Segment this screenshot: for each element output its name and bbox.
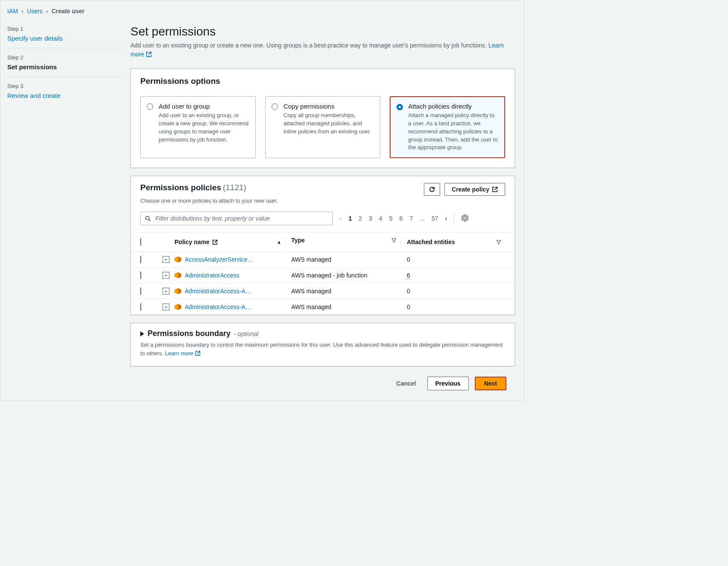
external-link-icon: [146, 51, 152, 60]
wizard-step-sidebar: Step 1 Specify user details Step 2 Set p…: [0, 16, 129, 109]
permissions-policies-title: Permissions policies: [140, 183, 221, 192]
search-icon: [145, 215, 151, 222]
expand-button[interactable]: +: [163, 304, 169, 310]
page-subtitle: Add user to an existing group or create …: [130, 41, 515, 60]
page-title: Set permissions: [130, 25, 515, 38]
policy-icon: [175, 288, 181, 294]
chevron-right-icon: ›: [21, 7, 24, 15]
row-entities: 0: [407, 288, 505, 295]
option-add-to-group[interactable]: Add user to group Add user to an existin…: [140, 96, 256, 158]
row-checkbox[interactable]: [140, 256, 141, 263]
breadcrumb-iam[interactable]: IAM: [7, 8, 18, 15]
expand-button[interactable]: +: [163, 272, 169, 279]
step-3-title[interactable]: Review and create: [7, 92, 122, 99]
policy-icon: [175, 256, 181, 262]
chevron-right-icon: ›: [46, 7, 48, 15]
option-copy-permissions-title: Copy permissions: [284, 103, 374, 110]
step-3-label: Step 3: [7, 83, 122, 89]
breadcrumb-users[interactable]: Users: [27, 8, 43, 15]
page-6[interactable]: 6: [400, 215, 403, 222]
svg-line-1: [149, 219, 151, 221]
row-entities: 6: [407, 272, 505, 279]
option-add-to-group-desc: Add user to an existing group, or create…: [159, 112, 249, 144]
refresh-icon: [429, 186, 435, 193]
policy-link[interactable]: AccessAnalyzerService…: [185, 256, 253, 263]
divider: [454, 213, 454, 224]
col-policy-name[interactable]: Policy name: [175, 239, 218, 245]
row-type: AWS managed: [291, 304, 407, 310]
external-link-icon: [212, 239, 218, 245]
expand-triangle-icon[interactable]: [140, 331, 144, 336]
expand-button[interactable]: +: [163, 256, 169, 263]
create-policy-button[interactable]: Create policy: [444, 183, 505, 196]
select-all-checkbox[interactable]: [140, 238, 141, 246]
external-link-icon: [195, 350, 201, 359]
expand-button[interactable]: +: [163, 288, 169, 295]
page-next-button[interactable]: ›: [445, 215, 447, 222]
policy-link[interactable]: AdministratorAccess: [185, 272, 240, 279]
page-ellipsis: ...: [420, 215, 425, 222]
cancel-button[interactable]: Cancel: [391, 377, 421, 390]
row-type: AWS managed: [291, 288, 407, 295]
page-1[interactable]: 1: [349, 215, 352, 222]
row-checkbox[interactable]: [140, 271, 141, 279]
row-checkbox[interactable]: [140, 303, 141, 311]
table-row: + AdministratorAccess AWS managed - job …: [131, 268, 515, 283]
radio-checked-icon[interactable]: [397, 104, 403, 110]
step-1-label: Step 1: [7, 26, 122, 32]
radio-unchecked-icon[interactable]: [272, 103, 278, 110]
settings-button[interactable]: [461, 214, 469, 223]
filter-icon[interactable]: ▽: [497, 239, 501, 245]
step-2-title: Set permissions: [7, 63, 122, 71]
option-attach-policies-title: Attach policies directly: [408, 103, 499, 110]
permissions-options-title: Permissions options: [131, 69, 515, 88]
option-attach-policies-desc: Attach a managed policy directly to a us…: [408, 112, 499, 152]
policy-table: Policy name ▲ Type ▽: [131, 233, 515, 315]
paginator: ‹ 1 2 3 4 5 6 7 ... 57 ›: [340, 215, 447, 222]
page-4[interactable]: 4: [379, 215, 382, 222]
row-type: AWS managed - job function: [291, 272, 407, 279]
row-entities: 0: [407, 304, 505, 310]
step-1-title[interactable]: Specify user details: [7, 35, 122, 42]
col-attached-entities[interactable]: Attached entities: [407, 239, 455, 245]
sort-asc-icon[interactable]: ▲: [277, 239, 281, 245]
wizard-footer: Cancel Previous Next: [130, 374, 515, 392]
row-entities: 0: [407, 256, 505, 263]
next-button[interactable]: Next: [475, 377, 506, 390]
permissions-boundary-panel: Permissions boundary - optional Set a pe…: [130, 323, 515, 366]
svg-point-0: [146, 216, 149, 220]
radio-unchecked-icon[interactable]: [147, 103, 153, 110]
option-copy-permissions[interactable]: Copy permissions Copy all group membersh…: [265, 96, 381, 158]
policy-search-field[interactable]: [140, 212, 333, 225]
page-last[interactable]: 57: [432, 215, 438, 222]
step-3: Step 3 Review and create: [7, 77, 122, 105]
refresh-button[interactable]: [424, 183, 440, 196]
policy-search-input[interactable]: [154, 215, 328, 222]
page-7[interactable]: 7: [409, 215, 413, 222]
table-header-row: Policy name ▲ Type ▽: [131, 233, 515, 252]
boundary-learn-more-link[interactable]: Learn more: [165, 350, 201, 357]
step-2-label: Step 2: [7, 54, 122, 61]
step-1: Step 1 Specify user details: [7, 20, 122, 48]
previous-button[interactable]: Previous: [427, 377, 469, 390]
page-2[interactable]: 2: [358, 215, 362, 222]
policy-link[interactable]: AdministratorAccess-A…: [185, 304, 252, 310]
gear-icon: [461, 214, 469, 222]
row-type: AWS managed: [291, 256, 407, 263]
page-5[interactable]: 5: [389, 215, 393, 222]
option-add-to-group-title: Add user to group: [159, 103, 249, 110]
page-prev-button[interactable]: ‹: [340, 215, 342, 222]
row-checkbox[interactable]: [140, 287, 141, 295]
optional-label: - optional: [234, 330, 259, 337]
permissions-policies-count: (1121): [223, 183, 246, 192]
filter-icon[interactable]: ▽: [392, 237, 396, 247]
page-3[interactable]: 3: [369, 215, 372, 222]
col-type[interactable]: Type: [291, 237, 305, 247]
option-attach-policies[interactable]: Attach policies directly Attach a manage…: [390, 96, 505, 158]
external-link-icon: [492, 186, 498, 192]
table-row: + AdministratorAccess-A… AWS managed 0: [131, 283, 515, 299]
permissions-options-panel: Permissions options Add user to group Ad…: [130, 68, 515, 168]
step-2: Step 2 Set permissions: [7, 48, 122, 77]
policy-icon: [175, 272, 181, 278]
policy-link[interactable]: AdministratorAccess-A…: [185, 288, 252, 295]
